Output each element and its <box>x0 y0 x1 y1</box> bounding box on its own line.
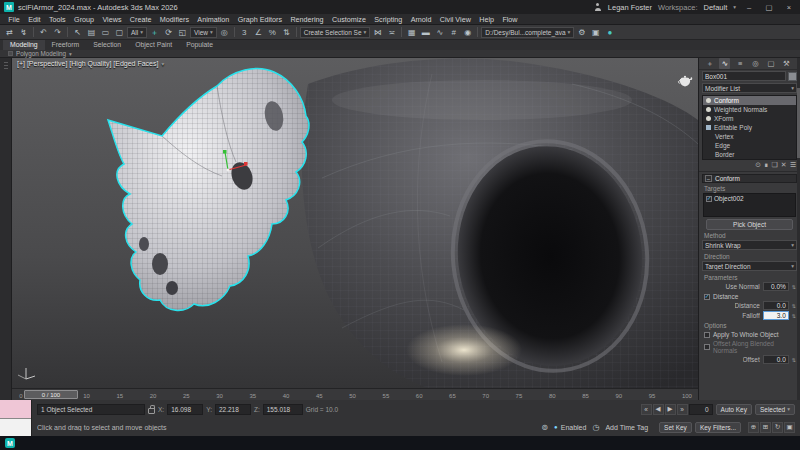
menu-item[interactable]: Modifiers <box>156 15 194 24</box>
time-slider[interactable]: 0 / 100 <box>24 390 78 399</box>
conform-rollout-header[interactable]: − Conform <box>702 174 797 183</box>
spinner-arrows-icon[interactable]: ⇅ <box>792 284 796 290</box>
key-mode-dropdown[interactable]: Selected ▾ <box>755 404 795 415</box>
maximize-viewport-icon[interactable]: ▣ <box>784 422 795 433</box>
previous-frame-icon[interactable]: ◀ <box>653 404 664 415</box>
material-editor-icon[interactable]: ◉ <box>461 26 474 39</box>
select-scale-icon[interactable]: ◱ <box>176 26 189 39</box>
stack-item-editable-poly[interactable]: Editable Poly <box>703 123 796 132</box>
menu-item[interactable]: File <box>4 15 24 24</box>
redo-icon[interactable]: ↷ <box>51 26 64 39</box>
stack-item-conform[interactable]: Conform <box>703 96 796 105</box>
rectangular-region-icon[interactable]: ▭ <box>99 26 112 39</box>
minimize-button[interactable]: – <box>742 3 756 12</box>
menu-item[interactable]: Rendering <box>286 15 328 24</box>
visibility-bulb-icon[interactable] <box>706 98 711 103</box>
menu-item[interactable]: Tools <box>45 15 70 24</box>
ribbon-tab[interactable]: Modeling <box>3 40 45 50</box>
armor-object[interactable] <box>302 58 698 388</box>
remove-modifier-icon[interactable]: ✕ <box>781 161 787 169</box>
z-coordinate-field[interactable]: 155.018 <box>263 404 303 415</box>
layer-manager-icon[interactable]: ▦ <box>405 26 418 39</box>
ribbon-tab[interactable]: Object Paint <box>128 40 179 50</box>
collapse-icon[interactable]: − <box>705 175 712 182</box>
spinner-arrows-icon[interactable]: ⇅ <box>792 303 796 309</box>
stack-item-xform[interactable]: XForm <box>703 114 796 123</box>
selection-lock-icon[interactable] <box>148 408 155 414</box>
use-normal-spinner[interactable]: 0.0% <box>763 282 789 291</box>
viewport-label[interactable]: [+] [Perspective] [High Quality] [Edged … <box>17 60 164 67</box>
checkbox-icon[interactable]: ✓ <box>706 196 712 202</box>
menu-item[interactable]: Animation <box>193 15 233 24</box>
render-frame-window-icon[interactable]: ▣ <box>589 26 602 39</box>
listener-pane[interactable] <box>0 419 31 437</box>
use-pivot-icon[interactable]: ◎ <box>218 26 231 39</box>
tab-hierarchy-icon[interactable]: ≡ <box>735 58 746 69</box>
visibility-bulb-icon[interactable] <box>706 107 711 112</box>
tab-utilities-icon[interactable]: ⚒ <box>781 58 792 69</box>
pin-stack-icon[interactable]: ⊙ <box>755 161 761 169</box>
x-coordinate-field[interactable]: 16.098 <box>167 404 203 415</box>
y-coordinate-field[interactable]: 22.218 <box>215 404 251 415</box>
ribbon-tab[interactable]: Selection <box>86 40 128 50</box>
user-avatar-icon[interactable] <box>594 3 602 11</box>
ribbon-tab[interactable]: Freeform <box>45 40 87 50</box>
go-to-end-icon[interactable]: » <box>677 404 688 415</box>
stack-item-vertex[interactable]: Vertex <box>703 132 796 141</box>
3dsmax-taskbar-icon[interactable]: M <box>5 438 15 448</box>
target-list-item[interactable]: ✓ Object002 <box>706 195 793 202</box>
orbit-icon[interactable]: ↻ <box>772 422 783 433</box>
menu-item[interactable]: Civil View <box>436 15 475 24</box>
selection-filter-dropdown[interactable]: All ▾ <box>127 27 147 38</box>
ref-coord-dropdown[interactable]: View ▾ <box>190 27 217 38</box>
stack-item-edge[interactable]: Edge <box>703 141 796 150</box>
workspace-dropdown[interactable]: Default <box>703 3 727 12</box>
targets-list[interactable]: ✓ Object002 <box>703 193 796 217</box>
zoom-extents-icon[interactable]: ⊞ <box>760 422 771 433</box>
snap-toggle-icon[interactable]: 3 <box>238 26 251 39</box>
falloff-spinner[interactable]: 3.0 <box>763 311 789 320</box>
tab-modify-icon[interactable]: ∿ <box>719 58 730 69</box>
undo-icon[interactable]: ↶ <box>37 26 50 39</box>
maximize-button[interactable]: ▢ <box>762 3 776 12</box>
enabled-label[interactable]: Enabled <box>561 424 587 431</box>
key-filters-button[interactable]: Key Filters... <box>695 422 741 433</box>
spinner-arrows-icon[interactable]: ⇅ <box>792 313 796 319</box>
maxscript-mini-listener[interactable] <box>0 400 32 436</box>
make-unique-icon[interactable]: ❏ <box>772 161 778 169</box>
user-name[interactable]: Legan Foster <box>608 3 652 12</box>
menu-item[interactable]: Help <box>475 15 498 24</box>
spinner-arrows-icon[interactable]: ⇅ <box>792 357 796 363</box>
select-link-icon[interactable]: ⇄ <box>3 26 16 39</box>
object-name-field[interactable]: Box001 <box>702 71 786 81</box>
angle-snap-icon[interactable]: ∠ <box>252 26 265 39</box>
select-by-name-icon[interactable]: ▤ <box>85 26 98 39</box>
visibility-bulb-icon[interactable] <box>706 116 711 121</box>
close-button[interactable]: × <box>782 3 796 12</box>
menu-item[interactable]: Customize <box>328 15 370 24</box>
render-icon[interactable]: ● <box>603 26 616 39</box>
schematic-view-icon[interactable]: # <box>447 26 460 39</box>
create-selection-set-dropdown[interactable]: Create Selection Se ▾ <box>300 27 371 38</box>
render-setup-icon[interactable]: ⚙ <box>575 26 588 39</box>
menu-item[interactable]: Graph Editors <box>234 15 287 24</box>
current-frame-field[interactable]: 0 <box>689 404 713 415</box>
viewport-label-text[interactable]: [+] [Perspective] [High Quality] [Edged … <box>17 60 158 67</box>
zoom-icon[interactable]: ⊕ <box>748 422 759 433</box>
show-end-result-icon[interactable]: ∎ <box>764 161 768 169</box>
auto-key-button[interactable]: Auto Key <box>716 404 752 415</box>
offset-spinner[interactable]: 0.0 <box>763 355 789 364</box>
pick-object-button[interactable]: Pick Object <box>706 219 793 230</box>
stack-item-border[interactable]: Border <box>703 150 796 159</box>
checkbox-icon[interactable]: ✓ <box>704 294 710 300</box>
track-bar[interactable]: 0510152025303540455055606570758085909510… <box>12 388 698 400</box>
percent-snap-icon[interactable]: % <box>266 26 279 39</box>
chevron-down-icon[interactable]: ▾ <box>733 4 736 10</box>
method-dropdown[interactable]: Shrink Wrap ▾ <box>702 240 797 250</box>
project-path-dropdown[interactable]: D:/Desy/Bul...complete_ava ▾ <box>481 27 574 38</box>
distance-checkbox-row[interactable]: ✓ Distance <box>699 291 800 300</box>
object-color-swatch[interactable] <box>788 72 797 81</box>
spinner-snap-icon[interactable]: ⇅ <box>280 26 293 39</box>
viewport-scene[interactable] <box>12 58 698 388</box>
distance-spinner[interactable]: 0.0 <box>763 301 789 310</box>
